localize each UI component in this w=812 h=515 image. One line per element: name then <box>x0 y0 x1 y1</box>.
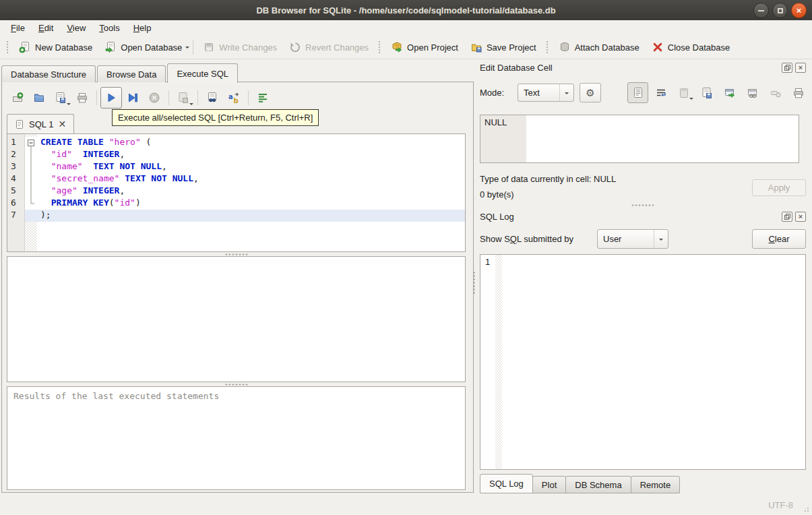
close-sql-tab-icon[interactable]: ✕ <box>58 119 66 129</box>
open-sql-file-icon <box>33 92 45 104</box>
sql-log-line-number: 1 <box>480 255 495 469</box>
sql-editor[interactable]: 1234567 CREATE TABLE "hero" ( "id" INTEG… <box>7 133 466 252</box>
save-project-button[interactable]: Save Project <box>464 38 542 56</box>
dock-tab-plot[interactable]: Plot <box>532 476 566 493</box>
sql-file-tab-label: SQL 1 <box>29 119 53 129</box>
link-button[interactable] <box>742 82 763 103</box>
dock-panel-splitter[interactable] <box>480 203 806 207</box>
new-sql-tab-button[interactable] <box>7 87 28 109</box>
new-sql-tab-icon <box>11 92 24 104</box>
word-wrap-button[interactable] <box>650 82 671 103</box>
float-icon[interactable] <box>782 212 792 222</box>
menu-edit[interactable]: Edit <box>32 22 60 34</box>
apply-button: Apply <box>752 179 806 196</box>
execute-all-button[interactable] <box>100 87 122 109</box>
close-icon[interactable]: × <box>795 63 806 73</box>
svg-text:a: a <box>228 93 233 100</box>
find-button[interactable] <box>201 87 223 109</box>
editor-line: "secret_name" TEXT NOT NULL, <box>25 173 465 185</box>
main-toolbar: New DatabaseOpen DatabaseWrite ChangesRe… <box>0 36 812 59</box>
toolbar-separator <box>197 90 198 105</box>
close-database-icon <box>652 41 664 53</box>
stop-button <box>144 87 165 109</box>
code-text: "name" TEXT NOT NULL, <box>37 161 167 173</box>
window-controls: × <box>753 3 807 18</box>
mode-combobox[interactable]: Text <box>518 84 574 102</box>
save-results-button <box>173 87 194 109</box>
minimize-button[interactable] <box>753 3 769 18</box>
print-button[interactable] <box>788 82 809 103</box>
toolbar-handle[interactable] <box>546 40 549 54</box>
sql-file-tab[interactable]: SQL 1 ✕ <box>7 114 74 133</box>
new-database-icon <box>19 41 31 53</box>
chevron-down-icon[interactable] <box>185 47 189 51</box>
dock-tab-db-schema[interactable]: DB Schema <box>565 476 631 493</box>
resize-grip-icon[interactable] <box>801 504 810 513</box>
new-database-label: New Database <box>35 42 92 53</box>
editor-line: "name" TEXT NOT NULL, <box>25 161 465 173</box>
fold-marker-icon[interactable] <box>25 137 37 149</box>
export-data-button[interactable] <box>696 82 717 103</box>
mode-combobox-value: Text <box>524 88 540 98</box>
chevron-down-icon <box>654 230 668 248</box>
editor-line: ); <box>25 210 465 222</box>
word-wrap-icon <box>655 87 667 99</box>
save-project-label: Save Project <box>487 42 536 53</box>
dock-tab-remote[interactable]: Remote <box>631 476 681 493</box>
close-button[interactable]: × <box>791 3 807 18</box>
toolbar-separator <box>96 90 97 105</box>
import-data-button <box>673 82 694 103</box>
toolbar-handle[interactable] <box>378 40 381 54</box>
menu-view[interactable]: View <box>60 22 92 34</box>
open-project-button[interactable]: Open Project <box>385 38 464 56</box>
auto-switch-mode-button[interactable]: ⚙ <box>580 83 601 102</box>
sql-log-panel-header: SQL Log × <box>480 212 806 222</box>
attach-database-label: Attach Database <box>575 42 639 53</box>
open-project-label: Open Project <box>407 42 458 53</box>
chevron-down-icon <box>689 98 693 102</box>
execute-line-icon <box>127 92 139 104</box>
stop-icon <box>148 92 160 104</box>
menu-help[interactable]: Help <box>127 22 158 34</box>
dock-tab-sql-log[interactable]: SQL Log <box>480 474 533 493</box>
maximize-button[interactable] <box>772 3 788 18</box>
line-number: 1 <box>7 137 24 149</box>
code-text: CREATE TABLE "hero" ( <box>37 137 151 149</box>
edit-cell-panel-title: Edit Database Cell <box>480 63 782 73</box>
save-sql-file-button[interactable] <box>50 87 71 109</box>
editor-line: "id" INTEGER, <box>25 149 465 161</box>
format-sql-button[interactable] <box>252 87 274 109</box>
open-external-button[interactable] <box>719 82 740 103</box>
cell-value-editor[interactable]: NULL <box>480 115 799 163</box>
write-changes-icon <box>203 41 215 53</box>
title-bar[interactable]: DB Browser for SQLite - /home/user/code/… <box>0 0 812 20</box>
text-mode-button[interactable] <box>627 82 648 103</box>
open-sql-file-button[interactable] <box>28 87 50 109</box>
sql-log-filter-combobox[interactable]: User <box>597 229 668 249</box>
tab-execute-sql[interactable]: Execute SQL <box>167 63 238 83</box>
tab-database-structure[interactable]: Database Structure <box>1 65 96 82</box>
main-tab-bar: Database StructureBrowse DataExecute SQL <box>1 63 239 82</box>
code-text: "secret_name" TEXT NOT NULL, <box>37 173 199 185</box>
execute-line-button[interactable] <box>122 87 144 109</box>
clear-log-button[interactable]: Clear <box>752 229 806 249</box>
results-message-pane: Results of the last executed statements <box>7 386 466 490</box>
menu-tools[interactable]: Tools <box>92 22 126 34</box>
new-database-button[interactable]: New Database <box>13 38 98 56</box>
execute-sql-tooltip: Execute all/selected SQL [Ctrl+Return, F… <box>112 109 319 126</box>
toolbar-separator <box>168 90 169 105</box>
float-icon[interactable] <box>782 63 792 73</box>
open-database-button[interactable]: Open Database <box>98 38 188 56</box>
menu-file[interactable]: File <box>4 22 32 34</box>
attach-database-button[interactable]: Attach Database <box>553 38 646 56</box>
encoding-indicator[interactable]: UTF-8 <box>768 500 793 510</box>
open-database-icon <box>104 41 117 53</box>
revert-changes-label: Revert Changes <box>305 42 369 53</box>
close-database-button[interactable]: Close Database <box>646 38 737 56</box>
tab-browse-data[interactable]: Browse Data <box>97 65 166 82</box>
toolbar-handle[interactable] <box>6 40 9 54</box>
print-button[interactable] <box>71 87 93 109</box>
replace-button[interactable]: ab <box>223 87 245 109</box>
close-icon[interactable]: × <box>795 212 806 222</box>
sql-log-filter-value: User <box>603 234 621 244</box>
